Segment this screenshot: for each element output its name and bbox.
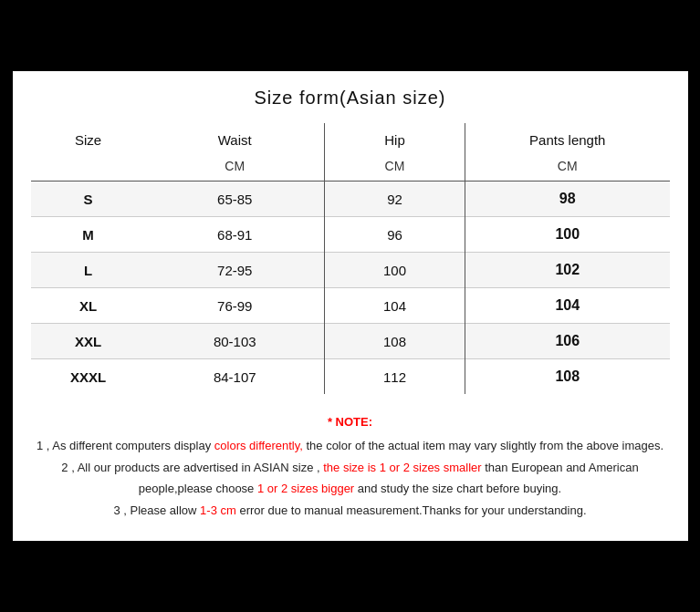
note-line-3: 3 , Please allow 1-3 cm error due to man… (31, 501, 670, 521)
table-row: L72-95100102 (31, 253, 670, 288)
hip-cell: 104 (325, 288, 465, 324)
table-row: XXXL84-107112108 (31, 359, 670, 395)
table-row: XL76-99104104 (31, 288, 670, 324)
waist-unit: CM (146, 157, 325, 182)
note3-prefix: 3 , Please allow (113, 503, 200, 517)
waist-cell: 72-95 (146, 253, 325, 288)
note-line-1: 1 , As different computers display color… (31, 436, 670, 456)
table-row: XXL80-103108106 (31, 324, 670, 359)
pants-length-cell: 104 (465, 288, 670, 324)
note1-prefix: 1 , As different computers display (37, 439, 214, 452)
hip-cell: 100 (325, 253, 465, 288)
pants-length-cell: 106 (465, 324, 670, 359)
table-body: S65-859298M68-9196100L72-95100102XL76-99… (31, 182, 670, 395)
size-cell: XXL (31, 324, 146, 359)
pants-length-cell: 102 (465, 253, 670, 288)
size-cell: M (31, 217, 146, 253)
notes-section: * NOTE: 1 , As different computers displ… (31, 412, 670, 520)
unit-row: CM CM CM (31, 157, 670, 182)
waist-cell: 65-85 (146, 182, 325, 217)
size-cell: XL (31, 288, 146, 324)
pants-unit: CM (465, 157, 670, 182)
pants-length-header: Pants length (465, 123, 670, 157)
note-title: * NOTE: (31, 412, 670, 432)
table-row: M68-9196100 (31, 217, 670, 253)
pants-length-cell: 100 (465, 217, 670, 253)
note2-red2: 1 or 2 sizes bigger (257, 482, 354, 495)
waist-header: Waist (146, 123, 325, 157)
size-cell: S (31, 182, 146, 217)
table-header-row: Size Waist Hip Pants length (31, 123, 670, 157)
pants-length-cell: 108 (465, 359, 670, 395)
waist-cell: 68-91 (146, 217, 325, 253)
note3-red: 1-3 cm (200, 503, 236, 517)
size-table: Size Waist Hip Pants length CM CM CM S65… (31, 123, 670, 394)
note2-red1: the size is 1 or 2 sizes smaller (323, 461, 481, 474)
hip-unit: CM (325, 157, 465, 182)
size-cell: XXXL (31, 359, 146, 395)
waist-cell: 84-107 (146, 359, 325, 395)
note-line-2: 2 , All our products are advertised in A… (31, 458, 670, 498)
pants-length-cell: 98 (465, 182, 670, 217)
waist-cell: 80-103 (146, 324, 325, 359)
note2-prefix: 2 , All our products are advertised in A… (61, 461, 323, 474)
note1-suffix: the color of the actual item may vary sl… (303, 439, 663, 452)
hip-cell: 96 (325, 217, 465, 253)
table-row: S65-859298 (31, 182, 670, 217)
hip-header: Hip (325, 123, 465, 157)
hip-cell: 108 (325, 324, 465, 359)
note2-suffix: and study the size chart before buying. (354, 482, 561, 495)
size-chart-container: Size form(Asian size) Size Waist Hip Pan… (13, 71, 688, 540)
note3-suffix: error due to manual measurement.Thanks f… (236, 503, 587, 517)
hip-cell: 92 (325, 182, 465, 217)
note1-red: colors differently, (214, 439, 303, 452)
hip-cell: 112 (325, 359, 465, 395)
size-header: Size (31, 123, 146, 157)
page-title: Size form(Asian size) (31, 88, 670, 109)
waist-cell: 76-99 (146, 288, 325, 324)
size-cell: L (31, 253, 146, 288)
